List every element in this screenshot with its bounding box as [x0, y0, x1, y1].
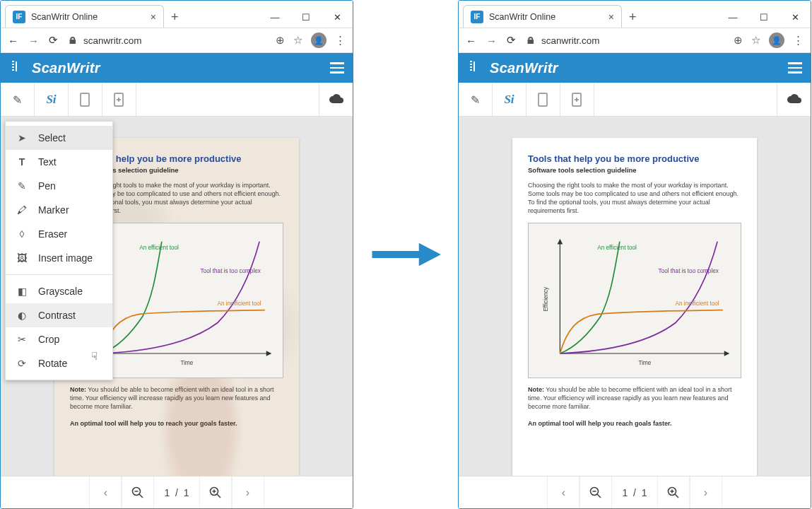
url-text: scanwritr.com	[541, 35, 600, 46]
svg-marker-14	[419, 243, 441, 267]
eraser-icon: ◊	[16, 228, 28, 240]
menu-item-eraser[interactable]: ◊Eraser	[6, 222, 112, 246]
profile-avatar[interactable]: 👤	[769, 33, 784, 48]
label-inefficient: An inefficient tool	[676, 300, 719, 306]
url-text: scanwritr.com	[83, 35, 142, 46]
menu-item-pen[interactable]: ✎Pen	[6, 174, 112, 198]
back-button[interactable]: ←	[8, 35, 18, 47]
lock-icon: 🔒︎	[526, 35, 536, 46]
page-tool-button[interactable]	[526, 83, 560, 117]
next-page-button[interactable]: ›	[232, 476, 264, 509]
forward-button[interactable]: →	[486, 35, 497, 47]
menu-label: Contrast	[38, 310, 76, 321]
toolbar: ✎ Si	[1, 83, 353, 117]
menu-item-crop[interactable]: ✂︎Crop	[6, 327, 112, 351]
toolbar: ✎ Si	[459, 83, 811, 117]
doc-title: Tools that help you be more productive	[528, 153, 741, 164]
star-icon[interactable]: ☆	[293, 34, 302, 47]
svg-marker-18	[558, 238, 563, 244]
window-titlebar: IF ScanWritr Online × + — ☐ ✕	[1, 1, 353, 28]
signature-tool-button[interactable]: Si	[493, 83, 526, 117]
window-after: IF ScanWritr Online × + — ☐ ✕ ← → ⟳ 🔒︎ s…	[458, 0, 811, 509]
menu-label: Marker	[38, 204, 69, 216]
url-field[interactable]: 🔒︎ scanwritr.com	[526, 35, 724, 46]
kebab-menu-icon[interactable]: ⋮	[335, 34, 346, 47]
maximize-button[interactable]: ☐	[290, 6, 322, 28]
edit-tool-button[interactable]: ✎	[459, 83, 493, 117]
tab-close-icon[interactable]: ×	[151, 11, 156, 23]
tool-dropdown-menu: ➤Select TText ✎Pen 🖍︎Marker ◊Eraser 🖼︎In…	[5, 121, 113, 380]
next-page-button[interactable]: ›	[690, 476, 722, 509]
app-header: ScanWritr	[459, 53, 811, 83]
close-button[interactable]: ✕	[322, 6, 353, 28]
zoom-add-icon[interactable]: ⊕	[276, 34, 285, 47]
zoom-out-button[interactable]	[122, 476, 154, 509]
favicon-icon: IF	[471, 11, 483, 23]
menu-separator	[6, 274, 112, 275]
url-field[interactable]: 🔒︎ scanwritr.com	[68, 35, 266, 46]
series-efficient: An efficient tool	[102, 241, 179, 353]
browser-tab[interactable]: IF ScanWritr Online ×	[463, 5, 622, 28]
comparison-arrow-icon	[370, 240, 441, 269]
new-tab-button[interactable]: +	[164, 7, 186, 28]
menu-label: Crop	[38, 334, 59, 345]
browser-tab[interactable]: IF ScanWritr Online ×	[5, 5, 164, 28]
document-stage[interactable]: Tools that help you be more productive S…	[459, 117, 811, 476]
page-tool-button[interactable]	[69, 83, 102, 117]
window-before: IF ScanWritr Online × + — ☐ ✕ ← → ⟳ 🔒︎ s…	[0, 0, 353, 509]
new-tab-button[interactable]: +	[622, 7, 644, 28]
svg-line-22	[597, 494, 601, 498]
svg-rect-15	[539, 93, 547, 106]
prev-page-button[interactable]: ‹	[89, 476, 122, 509]
close-button[interactable]: ✕	[779, 6, 811, 28]
zoom-out-button[interactable]	[579, 476, 612, 509]
minimize-button[interactable]: —	[717, 6, 748, 28]
menu-item-grayscale[interactable]: ◧Grayscale	[6, 279, 112, 303]
cursor-icon: ➤	[16, 132, 28, 144]
zoom-in-button[interactable]	[199, 476, 232, 509]
address-bar: ← → ⟳ 🔒︎ scanwritr.com ⊕ ☆ 👤 ⋮	[459, 28, 811, 53]
doc-note: Note: You should be able to become effic…	[528, 385, 741, 411]
star-icon[interactable]: ☆	[751, 34, 760, 47]
doc-optimal: An optimal tool will help you to reach y…	[70, 419, 283, 428]
app-logo-icon	[467, 59, 483, 77]
zoom-in-button[interactable]	[657, 476, 690, 509]
svg-line-7	[139, 494, 143, 498]
grayscale-icon: ◧	[16, 286, 28, 297]
prev-page-button[interactable]: ‹	[547, 476, 579, 509]
menu-item-text[interactable]: TText	[6, 150, 112, 174]
reload-button[interactable]: ⟳	[507, 34, 516, 47]
kebab-menu-icon[interactable]: ⋮	[793, 34, 804, 47]
menu-item-select[interactable]: ➤Select	[6, 126, 112, 150]
signature-tool-button[interactable]: Si	[35, 83, 69, 117]
label-inefficient: An inefficient tool	[218, 300, 261, 306]
edit-tool-button[interactable]: ✎	[1, 83, 35, 117]
profile-avatar[interactable]: 👤	[311, 33, 326, 48]
forward-button[interactable]: →	[28, 35, 39, 47]
menu-item-marker[interactable]: 🖍︎Marker	[6, 198, 112, 222]
svg-rect-0	[81, 93, 89, 106]
menu-label: Select	[38, 132, 66, 144]
favicon-icon: IF	[13, 11, 25, 23]
tab-close-icon[interactable]: ×	[608, 11, 614, 23]
add-page-tool-button[interactable]	[560, 83, 594, 117]
add-page-tool-button[interactable]	[102, 83, 136, 117]
minimize-button[interactable]: —	[259, 6, 290, 28]
zoom-add-icon[interactable]: ⊕	[734, 34, 743, 47]
chart-container: Efficiency Time An efficient tool Tool t…	[528, 223, 741, 378]
cloud-button[interactable]	[777, 83, 811, 117]
document-page-clean: Tools that help you be more productive S…	[512, 138, 757, 476]
app-name: ScanWritr	[32, 60, 100, 76]
reload-button[interactable]: ⟳	[49, 34, 58, 47]
rotate-icon: ⟳	[16, 358, 28, 369]
menu-item-insert-image[interactable]: 🖼︎Insert image	[6, 246, 112, 270]
hamburger-menu-icon[interactable]	[788, 62, 802, 74]
pen-icon: ✎	[16, 180, 28, 192]
hamburger-menu-icon[interactable]	[330, 62, 344, 74]
back-button[interactable]: ←	[466, 35, 476, 47]
svg-line-25	[675, 494, 678, 498]
maximize-button[interactable]: ☐	[748, 6, 779, 28]
cloud-button[interactable]	[319, 83, 353, 117]
menu-item-contrast[interactable]: ◐Contrast	[6, 303, 112, 327]
menu-label: Rotate	[38, 358, 67, 369]
